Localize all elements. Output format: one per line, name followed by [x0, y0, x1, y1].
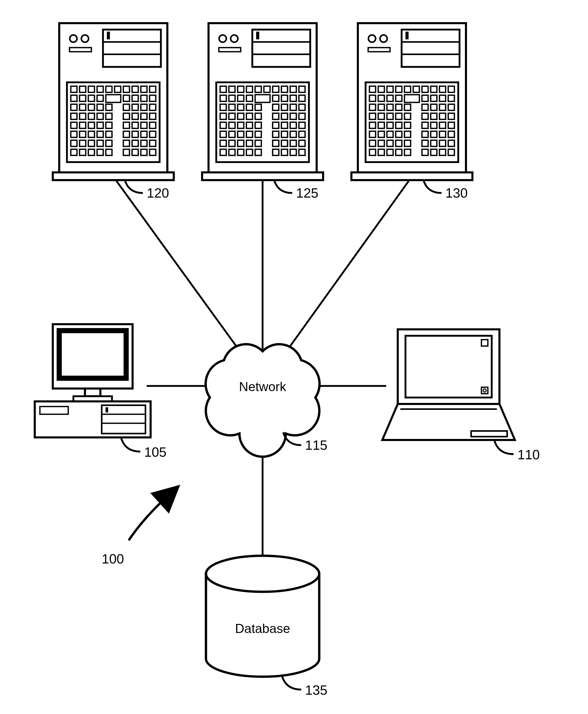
svg-rect-94 [40, 407, 68, 414]
svg-line-83 [116, 180, 245, 358]
server-3-ref: 130 [445, 186, 468, 200]
server-2-ref: 125 [296, 186, 318, 200]
desktop-ref: 105 [144, 445, 167, 459]
desktop-icon [35, 324, 151, 437]
svg-rect-90 [59, 331, 126, 378]
network-label: Network [239, 380, 286, 394]
network-cloud-icon: Network [206, 344, 319, 457]
svg-rect-91 [85, 389, 100, 396]
laptop-ref: 110 [518, 447, 540, 462]
database-icon: Database [206, 556, 319, 677]
network-diagram: 120 125 130 Network 115 105 [0, 0, 588, 714]
database-ref: 135 [305, 683, 328, 697]
svg-line-85 [282, 180, 410, 358]
server-1-ref: 120 [147, 186, 169, 200]
system-ref: 100 [102, 551, 124, 566]
server-1-icon [53, 23, 174, 180]
svg-rect-103 [481, 387, 488, 394]
system-ref-arrow [129, 494, 170, 540]
laptop-icon [382, 329, 515, 440]
server-2-icon [202, 23, 323, 180]
svg-rect-101 [405, 336, 492, 397]
svg-rect-102 [481, 340, 488, 346]
svg-rect-99 [471, 431, 507, 437]
database-label: Database [235, 621, 290, 636]
network-ref: 115 [305, 438, 328, 453]
svg-rect-98 [106, 407, 108, 412]
svg-rect-95 [102, 405, 145, 434]
server-3-icon [351, 23, 472, 180]
